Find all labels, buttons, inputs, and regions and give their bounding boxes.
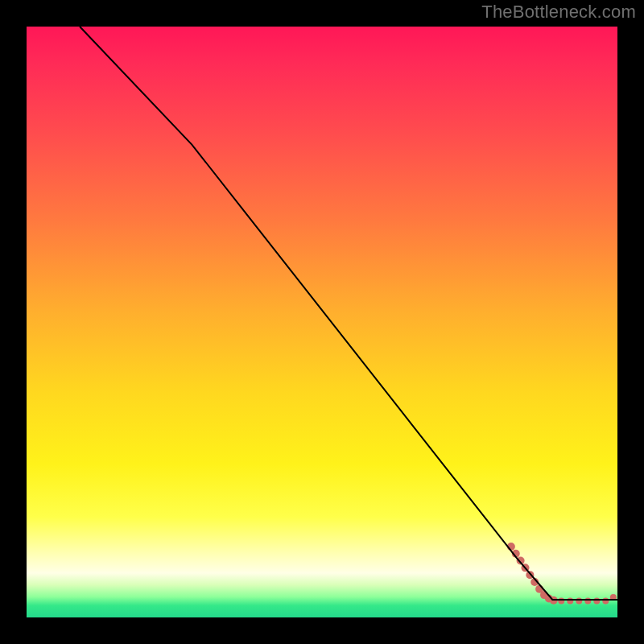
marker-dot: [567, 597, 573, 604]
main-curve: [80, 27, 617, 600]
markers-group: [507, 543, 617, 605]
chart-svg: [27, 27, 617, 617]
marker-dot: [602, 597, 609, 604]
plot-area: [27, 27, 617, 617]
chart-frame: TheBottleneck.com: [0, 0, 644, 644]
watermark-label: TheBottleneck.com: [481, 2, 636, 23]
marker-dot: [593, 597, 600, 604]
marker-dot: [558, 597, 564, 604]
marker-dot: [576, 597, 582, 604]
marker-dot: [584, 597, 591, 604]
